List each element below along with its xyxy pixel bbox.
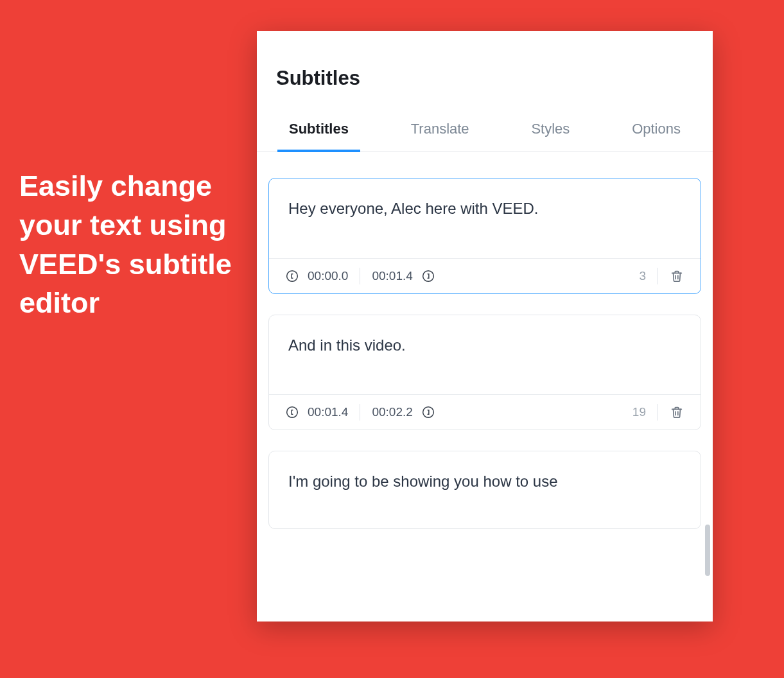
start-time[interactable]: 00:01.4: [308, 405, 348, 419]
panel-title: Subtitles: [257, 31, 713, 109]
svg-point-1: [422, 270, 433, 281]
subtitle-card[interactable]: I'm going to be showing you how to use: [268, 451, 701, 529]
tab-translate[interactable]: Translate: [411, 109, 469, 152]
subtitle-list: Hey everyone, Alec here with VEED. 00:00…: [257, 152, 713, 614]
character-count: 3: [639, 269, 646, 283]
svg-point-2: [287, 407, 298, 418]
subtitle-footer: 00:01.4 00:02.2 19: [269, 394, 701, 430]
subtitle-text-input[interactable]: Hey everyone, Alec here with VEED.: [269, 178, 701, 258]
character-count: 19: [632, 405, 646, 419]
tab-styles[interactable]: Styles: [531, 109, 570, 152]
svg-point-3: [422, 407, 433, 418]
start-time-group: 00:01.4: [286, 405, 348, 419]
end-time[interactable]: 00:02.2: [372, 405, 412, 419]
end-time-group: 00:01.4: [372, 269, 434, 283]
bracket-close-icon: [422, 270, 435, 282]
start-time[interactable]: 00:00.0: [308, 269, 348, 283]
subtitle-footer: 00:00.0 00:01.4 3: [269, 258, 701, 293]
tab-subtitles[interactable]: Subtitles: [289, 109, 349, 152]
end-time[interactable]: 00:01.4: [372, 269, 412, 283]
bracket-close-icon: [422, 406, 435, 419]
divider: [360, 268, 360, 284]
delete-icon[interactable]: [670, 268, 684, 284]
bracket-open-icon: [286, 406, 299, 419]
promo-headline: Easily change your text using VEED's sub…: [19, 167, 244, 323]
subtitle-editor-panel: Subtitles Subtitles Translate Styles Opt…: [257, 31, 713, 622]
scrollbar-thumb[interactable]: [705, 525, 710, 576]
end-time-group: 00:02.2: [372, 405, 434, 419]
tab-bar: Subtitles Translate Styles Options: [257, 109, 713, 152]
divider: [360, 404, 360, 421]
subtitle-text-input[interactable]: I'm going to be showing you how to use: [269, 451, 701, 528]
divider: [658, 268, 658, 284]
subtitle-card[interactable]: And in this video. 00:01.4 00:02.2: [268, 315, 701, 431]
bracket-open-icon: [286, 270, 299, 282]
subtitle-card[interactable]: Hey everyone, Alec here with VEED. 00:00…: [268, 178, 701, 294]
subtitle-text-input[interactable]: And in this video.: [269, 315, 701, 395]
promo-sidebar: Easily change your text using VEED's sub…: [0, 0, 257, 323]
delete-icon[interactable]: [670, 404, 684, 420]
tab-options[interactable]: Options: [632, 109, 681, 152]
divider: [658, 404, 658, 421]
svg-point-0: [287, 270, 298, 281]
start-time-group: 00:00.0: [286, 269, 348, 283]
